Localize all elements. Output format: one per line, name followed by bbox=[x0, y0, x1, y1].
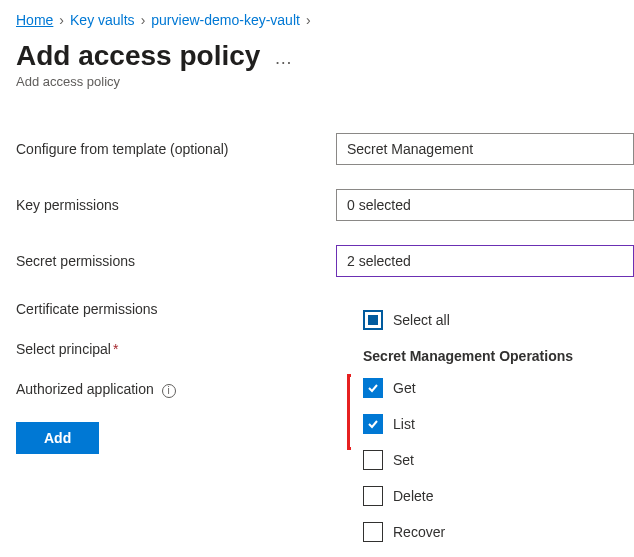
secret-permissions-value: 2 selected bbox=[347, 253, 411, 269]
key-permissions-select[interactable]: 0 selected bbox=[336, 189, 634, 221]
chevron-right-icon: › bbox=[141, 12, 146, 28]
checkbox-indeterminate-icon bbox=[363, 310, 383, 330]
key-permissions-label: Key permissions bbox=[16, 197, 336, 213]
dropdown-group-header: Secret Management Operations bbox=[351, 338, 634, 370]
option-label: Delete bbox=[393, 488, 433, 504]
checkbox-checked-icon bbox=[363, 414, 383, 434]
checkbox-icon bbox=[363, 522, 383, 542]
option-label: Get bbox=[393, 380, 416, 396]
option-label: Recover bbox=[393, 524, 445, 540]
select-principal-label: Select principal* bbox=[16, 341, 336, 357]
certificate-permissions-label: Certificate permissions bbox=[16, 301, 336, 317]
breadcrumb-vault-name[interactable]: purview-demo-key-vault bbox=[151, 12, 300, 28]
select-all-label: Select all bbox=[393, 312, 450, 328]
page-subtitle: Add access policy bbox=[16, 74, 634, 89]
option-set[interactable]: Set bbox=[351, 442, 634, 478]
checkbox-icon bbox=[363, 486, 383, 506]
authorized-application-label: Authorized application i bbox=[16, 381, 336, 398]
info-icon[interactable]: i bbox=[162, 384, 176, 398]
option-label: List bbox=[393, 416, 415, 432]
page-title: Add access policy bbox=[16, 40, 260, 72]
required-icon: * bbox=[113, 341, 118, 357]
template-select[interactable]: Secret Management bbox=[336, 133, 634, 165]
breadcrumb-home[interactable]: Home bbox=[16, 12, 53, 28]
template-value: Secret Management bbox=[347, 141, 473, 157]
secret-permissions-select[interactable]: 2 selected bbox=[336, 245, 634, 277]
add-button[interactable]: Add bbox=[16, 422, 99, 454]
option-label: Set bbox=[393, 452, 414, 468]
breadcrumb: Home › Key vaults › purview-demo-key-vau… bbox=[16, 12, 634, 28]
option-recover[interactable]: Recover bbox=[351, 514, 634, 550]
option-delete[interactable]: Delete bbox=[351, 478, 634, 514]
select-all-option[interactable]: Select all bbox=[351, 302, 634, 338]
breadcrumb-key-vaults[interactable]: Key vaults bbox=[70, 12, 135, 28]
chevron-right-icon: › bbox=[306, 12, 311, 28]
more-icon[interactable]: … bbox=[274, 48, 294, 69]
secret-permissions-dropdown: Select all Secret Management Operations … bbox=[351, 302, 634, 550]
secret-permissions-label: Secret permissions bbox=[16, 253, 336, 269]
option-get[interactable]: Get bbox=[351, 370, 634, 406]
template-label: Configure from template (optional) bbox=[16, 141, 336, 157]
checkbox-checked-icon bbox=[363, 378, 383, 398]
checkbox-icon bbox=[363, 450, 383, 470]
key-permissions-value: 0 selected bbox=[347, 197, 411, 213]
option-list[interactable]: List bbox=[351, 406, 634, 442]
chevron-right-icon: › bbox=[59, 12, 64, 28]
